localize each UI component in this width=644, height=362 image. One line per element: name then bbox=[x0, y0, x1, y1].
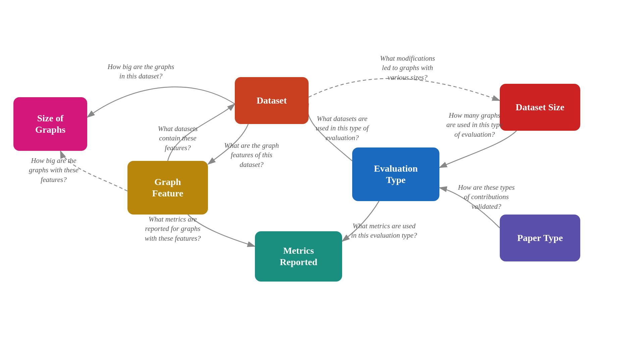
paper-type-label: Paper Type bbox=[517, 232, 563, 244]
evaluation-type-label: EvaluationType bbox=[374, 163, 418, 185]
label-graph-feature-to-dataset: What datasetscontain thesefeatures? bbox=[144, 124, 211, 153]
evaluation-type-node: EvaluationType bbox=[352, 147, 439, 201]
metrics-reported-node: MetricsReported bbox=[255, 231, 342, 282]
label-dataset-size-modifications: What modificationsled to graphs withvari… bbox=[366, 54, 449, 82]
label-dataset-to-size: How big are the graphsin this dataset? bbox=[104, 62, 178, 81]
metrics-reported-label: MetricsReported bbox=[280, 245, 317, 267]
label-dataset-size-to-evaluation: How many graphsare used in this typeof e… bbox=[433, 111, 517, 139]
label-paper-type-to-evaluation: How are these typesof contributionsvalid… bbox=[446, 183, 527, 211]
label-graph-feature-to-metrics: What metrics arereported for graphswith … bbox=[131, 215, 215, 243]
graph-feature-label: GraphFeature bbox=[152, 176, 183, 199]
label-dataset-to-evaluation1: What datasets areused in this type ofeva… bbox=[302, 114, 382, 142]
dataset-size-label: Dataset Size bbox=[516, 102, 564, 113]
dataset-label: Dataset bbox=[257, 95, 287, 106]
diagram: Size ofGraphs Dataset Dataset Size Graph… bbox=[0, 0, 644, 362]
dataset-node: Dataset bbox=[235, 77, 309, 124]
size-of-graphs-node: Size ofGraphs bbox=[13, 97, 87, 151]
paper-type-node: Paper Type bbox=[500, 215, 580, 261]
graph-feature-node: GraphFeature bbox=[127, 161, 208, 215]
size-of-graphs-label: Size ofGraphs bbox=[35, 113, 65, 135]
label-evaluation-to-metrics: What metrics are usedin this evaluation … bbox=[342, 221, 426, 240]
label-size-of-graphs-features: How big are thegraphs with thesefeatures… bbox=[17, 156, 91, 184]
label-dataset-to-graph-feature: What are the graphfeatures of thisdatase… bbox=[215, 141, 288, 169]
